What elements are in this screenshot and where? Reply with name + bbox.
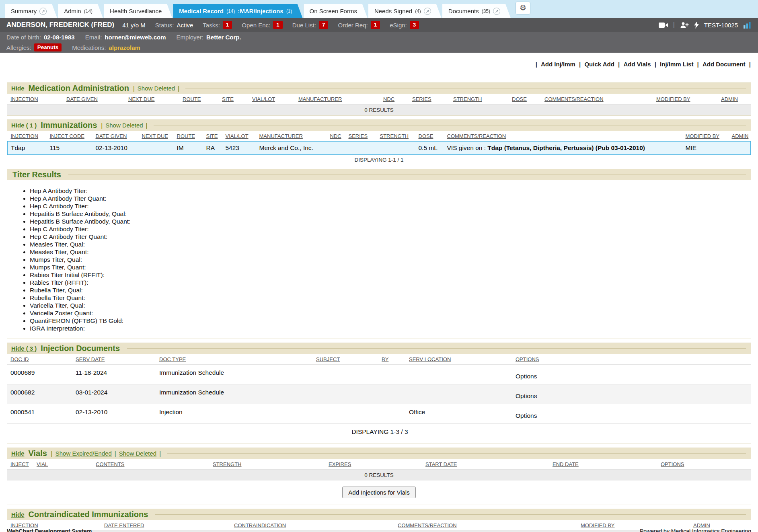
- document-row[interactable]: 0000689 11-18-2024 Immunization Schedule…: [7, 365, 751, 384]
- options-link[interactable]: Options: [516, 412, 537, 419]
- options-link[interactable]: Options: [516, 373, 537, 380]
- order-req-badge[interactable]: 1: [371, 21, 380, 29]
- document-row[interactable]: 0000682 03-01-2024 Immunization Schedule…: [7, 384, 751, 404]
- tab-needs-signed[interactable]: Needs Signed (4) ↗: [368, 4, 442, 18]
- chart-icon[interactable]: [743, 22, 752, 29]
- popout-icon[interactable]: ↗: [493, 8, 500, 15]
- col-ndc[interactable]: NDC: [380, 94, 409, 105]
- inj-imm-list-link[interactable]: Inj/Imm List: [660, 61, 693, 68]
- titer-item: QuantiFERON (QFTBG) TB Gold:: [30, 317, 751, 325]
- col-admin[interactable]: ADMIN: [718, 94, 751, 105]
- col-expires[interactable]: EXPIRES: [325, 459, 422, 470]
- col-route[interactable]: ROUTE: [179, 94, 219, 105]
- col-route[interactable]: ROUTE: [174, 131, 203, 142]
- col-dose[interactable]: DOSE: [509, 94, 541, 105]
- cell-doc-id: 0000541: [7, 404, 72, 424]
- col-strength[interactable]: STRENGTH: [450, 94, 509, 105]
- col-series[interactable]: SERIES: [345, 131, 377, 142]
- lightning-icon[interactable]: [694, 21, 699, 29]
- col-inject[interactable]: INJECT: [7, 459, 33, 470]
- add-document-link[interactable]: Add Document: [703, 61, 746, 68]
- hide-med-admin-link[interactable]: Hide: [11, 85, 25, 92]
- col-comments-reaction[interactable]: COMMENTS/REACTION: [444, 131, 682, 142]
- tab-on-screen-forms[interactable]: On Screen Forms: [304, 4, 368, 18]
- col-manufacturer[interactable]: MANUFACTURER: [295, 94, 380, 105]
- tab-health-surveillance[interactable]: Health Surveillance: [104, 4, 172, 18]
- popout-icon[interactable]: ↗: [39, 8, 47, 15]
- col-serv-location[interactable]: SERV LOCATION: [406, 354, 512, 365]
- medication-value[interactable]: alprazolam: [109, 44, 140, 51]
- col-subject[interactable]: SUBJECT: [313, 354, 378, 365]
- col-serv-date[interactable]: SERV DATE: [72, 354, 156, 365]
- col-by[interactable]: BY: [378, 354, 406, 365]
- col-injection[interactable]: INJECTION: [8, 131, 47, 142]
- col-contents[interactable]: CONTENTS: [92, 459, 210, 470]
- settings-button[interactable]: ⚙: [516, 2, 530, 14]
- tab-medical-record-mar-injections[interactable]: Medical Record (14) :MAR/Injections (1): [173, 4, 302, 18]
- quick-add-link[interactable]: Quick Add: [584, 61, 614, 68]
- col-strength[interactable]: STRENGTH: [377, 131, 415, 142]
- hide-vials-link[interactable]: Hide: [11, 450, 25, 457]
- col-manufacturer[interactable]: MANUFACTURER: [256, 131, 327, 142]
- popout-icon[interactable]: ↗: [424, 8, 431, 15]
- col-inject-code[interactable]: INJECT CODE: [47, 131, 92, 142]
- col-injection[interactable]: INJECTION: [7, 94, 63, 105]
- col-vial-lot[interactable]: VIAL/LOT: [249, 94, 295, 105]
- col-doc-id[interactable]: DOC ID: [7, 354, 72, 365]
- col-strength[interactable]: STRENGTH: [210, 459, 325, 470]
- col-site[interactable]: SITE: [219, 94, 249, 105]
- action-links-bar: | Add Inj/Imm | Quick Add | Add Vials | …: [7, 61, 751, 70]
- col-next-due[interactable]: NEXT DUE: [125, 94, 179, 105]
- esign-badge[interactable]: 3: [410, 21, 419, 29]
- col-options[interactable]: OPTIONS: [657, 459, 751, 470]
- med-admin-title: Medication Administration: [29, 84, 129, 93]
- col-comments-reaction[interactable]: COMMENTS/REACTION: [541, 94, 653, 105]
- col-admin[interactable]: ADMIN: [729, 131, 751, 142]
- col-start-date[interactable]: START DATE: [422, 459, 549, 470]
- col-ndc[interactable]: NDC: [327, 131, 345, 142]
- show-deleted-link[interactable]: Show Deleted: [138, 85, 175, 92]
- show-expired-ended-link[interactable]: Show Expired/Ended: [55, 450, 112, 457]
- titer-results-title: Titer Results: [12, 170, 61, 179]
- col-doc-type[interactable]: DOC TYPE: [156, 354, 313, 365]
- separator: |: [673, 21, 675, 29]
- col-end-date[interactable]: END DATE: [549, 459, 657, 470]
- show-deleted-link[interactable]: Show Deleted: [105, 122, 143, 129]
- video-call-icon[interactable]: [659, 22, 668, 28]
- col-date-given[interactable]: DATE GIVEN: [92, 131, 139, 142]
- tasks-badge[interactable]: 1: [223, 21, 232, 29]
- col-vial[interactable]: VIAL: [33, 459, 92, 470]
- immunization-row[interactable]: Tdap 115 02-13-2010 IM RA 5423 Merck and…: [8, 142, 751, 155]
- add-injections-for-vials-button[interactable]: Add Injections for Vials: [342, 487, 415, 498]
- tab-documents[interactable]: Documents (35) ↗: [442, 4, 511, 18]
- show-deleted-link[interactable]: Show Deleted: [119, 450, 156, 457]
- cell-vial-lot: 5423: [222, 142, 256, 155]
- tab-summary[interactable]: Summary ↗: [5, 4, 57, 18]
- col-dose[interactable]: DOSE: [415, 131, 444, 142]
- add-vials-link[interactable]: Add Vials: [623, 61, 651, 68]
- options-link[interactable]: Options: [516, 392, 537, 399]
- hide-injection-documents-link[interactable]: Hide ( 3 ): [11, 345, 37, 352]
- titer-item: Varicella Zoster Quant:: [30, 309, 751, 317]
- col-modified-by[interactable]: MODIFIED BY: [653, 94, 718, 105]
- tab-admin[interactable]: Admin (14): [58, 4, 103, 18]
- due-list-badge[interactable]: 7: [319, 21, 329, 29]
- col-options[interactable]: OPTIONS: [512, 354, 751, 365]
- col-site[interactable]: SITE: [203, 131, 222, 142]
- col-date-given[interactable]: DATE GIVEN: [63, 94, 125, 105]
- hide-immunizations-link[interactable]: Hide ( 1 ): [11, 122, 37, 129]
- contraindicated-title: Contraindicated Immunizations: [29, 510, 148, 519]
- add-inj-imm-link[interactable]: Add Inj/Imm: [541, 61, 575, 68]
- add-person-icon[interactable]: [680, 22, 689, 29]
- col-vial-lot[interactable]: VIAL/LOT: [222, 131, 256, 142]
- separator: |: [159, 450, 161, 457]
- allergy-badge[interactable]: Peanuts: [34, 43, 62, 51]
- document-row[interactable]: 0000541 02-13-2010 Injection Office Opti…: [7, 404, 751, 424]
- tab-label: Needs Signed: [374, 8, 412, 14]
- col-next-due[interactable]: NEXT DUE: [139, 131, 174, 142]
- col-modified-by[interactable]: MODIFIED BY: [682, 131, 729, 142]
- col-series[interactable]: SERIES: [409, 94, 450, 105]
- hide-contraindicated-link[interactable]: Hide: [11, 511, 25, 518]
- open-enc-badge[interactable]: 1: [273, 21, 283, 29]
- medications-label: Medications:: [72, 44, 106, 51]
